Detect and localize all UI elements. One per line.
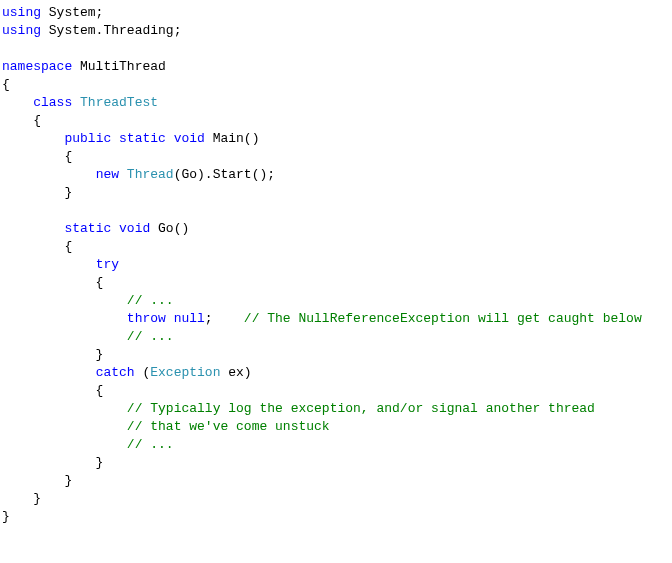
code-text: (Go).Start(); <box>174 167 275 182</box>
keyword-new: new <box>96 167 119 182</box>
brace: } <box>2 473 72 488</box>
code-block: using System; using System.Threading; na… <box>0 0 672 530</box>
keyword-using: using <box>2 5 41 20</box>
brace: { <box>2 383 103 398</box>
keyword-throw: throw null <box>127 311 205 326</box>
keyword-modifiers: static void <box>64 221 150 236</box>
indent <box>2 221 64 236</box>
comment: // The NullReferenceException will get c… <box>244 311 642 326</box>
space <box>72 95 80 110</box>
code-text: System.Threading; <box>41 23 181 38</box>
indent <box>2 167 96 182</box>
indent <box>2 95 33 110</box>
code-text: System; <box>41 5 103 20</box>
indent <box>2 131 64 146</box>
code-text: ex) <box>220 365 251 380</box>
keyword-using: using <box>2 23 41 38</box>
keyword-class: class <box>33 95 72 110</box>
keyword-modifiers: public static void <box>64 131 204 146</box>
code-text: ; <box>205 311 244 326</box>
indent <box>2 329 127 344</box>
brace: { <box>2 239 72 254</box>
code-text: Go() <box>150 221 189 236</box>
comment: // Typically log the exception, and/or s… <box>127 401 595 416</box>
code-text: Main() <box>205 131 260 146</box>
type-name: Exception <box>150 365 220 380</box>
indent <box>2 293 127 308</box>
brace: { <box>2 77 10 92</box>
keyword-catch: catch <box>96 365 135 380</box>
brace: } <box>2 509 10 524</box>
indent <box>2 257 96 272</box>
indent <box>2 401 127 416</box>
comment: // ... <box>127 293 174 308</box>
keyword-namespace: namespace <box>2 59 72 74</box>
type-name: ThreadTest <box>80 95 158 110</box>
brace: } <box>2 455 103 470</box>
brace: } <box>2 347 103 362</box>
brace: } <box>2 491 41 506</box>
space <box>119 167 127 182</box>
brace: } <box>2 185 72 200</box>
indent <box>2 311 127 326</box>
comment: // that we've come unstuck <box>127 419 330 434</box>
brace: { <box>2 149 72 164</box>
indent <box>2 365 96 380</box>
brace: { <box>2 113 41 128</box>
type-name: Thread <box>127 167 174 182</box>
indent <box>2 419 127 434</box>
keyword-try: try <box>96 257 119 272</box>
comment: // ... <box>127 329 174 344</box>
indent <box>2 437 127 452</box>
comment: // ... <box>127 437 174 452</box>
code-text: MultiThread <box>72 59 166 74</box>
code-text: ( <box>135 365 151 380</box>
brace: { <box>2 275 103 290</box>
